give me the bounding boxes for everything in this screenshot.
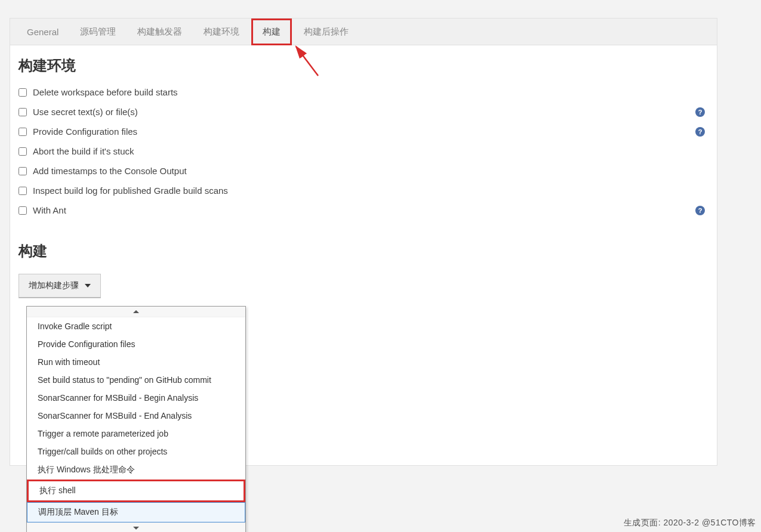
dropdown-item-sonar-end[interactable]: SonarScanner for MSBuild - End Analysis (27, 407, 245, 425)
section-build-title: 构建 (10, 231, 717, 268)
dropdown-item-github-pending[interactable]: Set build status to "pending" on GitHub … (27, 371, 245, 389)
opt-abort-stuck: Abort the build if it's stuck (19, 141, 708, 161)
dropdown-item-remote-job[interactable]: Trigger a remote parameterized job (27, 425, 245, 443)
tab-build[interactable]: 构建 (251, 18, 292, 45)
page-footer: 生成页面: 2020-3-2 @51CTO博客 (624, 518, 756, 528)
help-icon[interactable]: ? (695, 107, 705, 117)
opt-timestamps: Add timestamps to the Console Output (19, 161, 708, 181)
tab-scm[interactable]: 源码管理 (70, 20, 125, 44)
tabs-bar: General 源码管理 构建触发器 构建环境 构建 构建后操作 (10, 18, 717, 45)
label: With Ant (33, 205, 66, 215)
checkbox[interactable] (19, 167, 27, 175)
tab-triggers[interactable]: 构建触发器 (128, 20, 192, 44)
section-build-env-title: 构建环境 (10, 45, 717, 82)
tab-post-build[interactable]: 构建后操作 (294, 20, 358, 44)
chevron-up-icon (133, 310, 139, 313)
label: Provide Configuration files (33, 126, 137, 137)
footer-watermark: @51CTO博客 (702, 518, 756, 527)
dropdown-item-trigger-call[interactable]: Trigger/call builds on other projects (27, 443, 245, 460)
dropdown-item-timeout[interactable]: Run with timeout (27, 353, 245, 371)
dropdown-scroll-up[interactable] (27, 307, 245, 317)
chevron-down-icon (133, 527, 139, 530)
checkbox[interactable] (19, 108, 27, 116)
button-label: 增加构建步骤 (29, 280, 79, 291)
label: Add timestamps to the Console Output (33, 166, 187, 176)
checkbox[interactable] (19, 206, 27, 215)
dropdown-item-config-files[interactable]: Provide Configuration files (27, 335, 245, 353)
dropdown-item-maven-top[interactable]: 调用顶层 Maven 目标 (27, 502, 245, 522)
tab-general[interactable]: General (17, 21, 68, 43)
add-build-step-button[interactable]: 增加构建步骤 (19, 274, 101, 298)
chevron-down-icon (85, 284, 91, 287)
tab-build-env[interactable]: 构建环境 (194, 20, 249, 44)
label: Use secret text(s) or file(s) (33, 107, 138, 117)
help-icon[interactable]: ? (695, 127, 705, 137)
build-step-dropdown: Invoke Gradle script Provide Configurati… (26, 306, 246, 532)
dropdown-item-gradle[interactable]: Invoke Gradle script (27, 317, 245, 335)
footer-label: 生成页面: (624, 518, 661, 527)
checkbox[interactable] (19, 128, 27, 136)
dropdown-item-execute-shell[interactable]: 执行 shell (27, 480, 245, 502)
opt-with-ant: With Ant ? (19, 200, 708, 220)
opt-gradle-scans: Inspect build log for published Gradle b… (19, 181, 708, 200)
checkbox[interactable] (19, 88, 27, 97)
footer-date: 2020-3-2 (663, 518, 699, 527)
dropdown-item-windows-batch[interactable]: 执行 Windows 批处理命令 (27, 460, 245, 480)
help-icon[interactable]: ? (695, 206, 705, 215)
opt-config-files: Provide Configuration files ? (19, 122, 708, 141)
label: Inspect build log for published Gradle b… (33, 185, 228, 196)
dropdown-item-sonar-begin[interactable]: SonarScanner for MSBuild - Begin Analysi… (27, 389, 245, 407)
label: Delete workspace before build starts (33, 87, 178, 97)
checkbox[interactable] (19, 187, 27, 195)
opt-secret-text: Use secret text(s) or file(s) ? (19, 102, 708, 122)
dropdown-scroll-down[interactable] (27, 522, 245, 532)
label: Abort the build if it's stuck (33, 146, 134, 156)
opt-delete-workspace: Delete workspace before build starts (19, 82, 708, 102)
checkbox[interactable] (19, 147, 27, 156)
build-env-options: Delete workspace before build starts Use… (10, 82, 717, 231)
